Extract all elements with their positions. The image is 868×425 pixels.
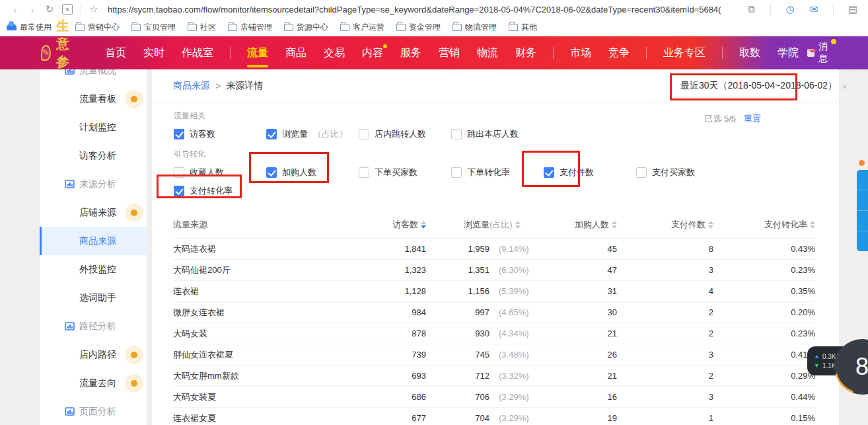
nav-item-物流[interactable]: 物流 xyxy=(477,36,498,69)
nav-item-市场[interactable]: 市场 xyxy=(570,36,591,69)
sidebar-item-流量看板[interactable]: 流量看板 xyxy=(40,85,147,113)
bookmark-folder[interactable]: 店铺管理 xyxy=(228,22,272,33)
checkbox-checked-icon[interactable] xyxy=(174,186,184,196)
favorites-manager-icon[interactable]: ★ xyxy=(62,4,73,15)
sidebar-section-路径分析[interactable]: 路径分析 xyxy=(40,312,147,340)
visitors-cell: 693 xyxy=(371,371,426,381)
bookmark-folder[interactable]: 物流管理 xyxy=(452,22,497,33)
sidebar-item-选词助手[interactable]: 选词助手 xyxy=(40,284,147,312)
sidebar-section-流量概况[interactable]: 流量概况 xyxy=(40,69,147,85)
filter-checkbox-访客数[interactable]: 访客数 xyxy=(174,128,266,140)
addcart-cell: 21 xyxy=(556,328,617,338)
external-link-icon[interactable]: ⧉ xyxy=(742,3,760,15)
ratio-cell: (3.32%) xyxy=(489,371,556,381)
bookmark-folder[interactable]: 宝贝管理 xyxy=(131,22,176,33)
column-header-加购人数[interactable]: 加购人数 xyxy=(556,219,617,231)
column-header-(占比)[interactable]: (占比) xyxy=(489,219,556,231)
filter-label: 支付件数 xyxy=(560,167,594,178)
nav-item-取数[interactable]: 取数 xyxy=(739,36,760,69)
filter-checkbox-下单买家数[interactable]: 下单买家数 xyxy=(359,167,451,178)
bookmark-label: 货源中心 xyxy=(297,22,328,33)
nav-item-服务[interactable]: 服务 xyxy=(400,36,421,69)
bookmark-label: 其他 xyxy=(521,22,537,33)
sidebar-item-流量去向[interactable]: 流量去向 xyxy=(40,369,147,397)
column-header-访客数[interactable]: 访客数 xyxy=(371,219,426,231)
nav-item-实时[interactable]: 实时 xyxy=(143,36,164,69)
nav-item-首页[interactable]: 首页 xyxy=(105,36,126,69)
nav-item-学院[interactable]: 学院 xyxy=(778,36,799,69)
checkbox-checked-icon[interactable] xyxy=(174,129,184,139)
bookmark-folder[interactable]: 客户运营 xyxy=(340,22,384,33)
checkbox-checked-icon[interactable] xyxy=(266,167,277,178)
filter-checkbox-店内跳转人数[interactable]: 店内跳转人数 xyxy=(359,128,451,140)
nav-item-内容[interactable]: 内容 xyxy=(362,36,383,69)
bookmark-folder[interactable]: 货源中心 xyxy=(284,22,328,33)
messages-button[interactable]: 消息 xyxy=(807,41,831,65)
checkbox-unchecked-icon[interactable] xyxy=(636,167,647,178)
sidebar-item-计划监控[interactable]: 计划监控 xyxy=(40,113,147,141)
assistant-circle-widget[interactable]: 8 xyxy=(834,339,868,395)
sort-arrows-icon[interactable] xyxy=(612,221,617,229)
sidebar-section-来源分析[interactable]: 来源分析 xyxy=(40,170,147,198)
bookmark-folder[interactable]: 其他 xyxy=(509,22,537,33)
filter-checkbox-浏览量[interactable]: 浏览量（占比） xyxy=(266,128,359,140)
column-header-支付件数[interactable]: 支付件数 xyxy=(617,219,713,231)
nav-item-竞争[interactable]: 竞争 xyxy=(608,36,630,69)
nav-item-交易[interactable]: 交易 xyxy=(324,36,345,69)
nav-item-财务[interactable]: 财务 xyxy=(515,36,536,69)
payrate-cell: 0.20% xyxy=(713,307,815,317)
sidebar-section-页面分析[interactable]: 页面分析 xyxy=(40,397,147,425)
floating-dot-icon xyxy=(859,160,865,166)
filter-checkbox-收藏人数[interactable]: 收藏人数 xyxy=(174,167,266,178)
filter-checkbox-支付买家数[interactable]: 支付买家数 xyxy=(636,167,729,178)
checkbox-unchecked-icon[interactable] xyxy=(359,129,369,139)
mail-icon[interactable]: ✉ xyxy=(805,3,822,15)
forward-icon[interactable]: › xyxy=(24,4,41,15)
checkbox-unchecked-icon[interactable] xyxy=(174,167,184,178)
sidebar-item-访客分析[interactable]: 访客分析 xyxy=(40,141,147,170)
sidebar-item-外投监控[interactable]: 外投监控 xyxy=(40,255,147,284)
refresh-icon[interactable]: ↻ xyxy=(41,3,58,15)
pageviews-cell: 997 xyxy=(426,307,489,317)
breadcrumb-parent-link[interactable]: 商品来源 xyxy=(173,80,210,92)
checkbox-checked-icon[interactable] xyxy=(266,129,277,139)
history-clock-icon[interactable]: ◷ xyxy=(781,3,799,15)
bookmark-label: 店铺管理 xyxy=(240,22,272,33)
filter-checkbox-下单转化率[interactable]: 下单转化率 xyxy=(451,167,544,178)
checkbox-unchecked-icon[interactable] xyxy=(451,129,462,139)
sort-up-icon xyxy=(708,221,713,224)
sidebar: 流量概况流量看板计划监控访客分析来源分析店铺来源商品来源外投监控选词助手路径分析… xyxy=(40,69,147,425)
column-header-浏览量: 浏览量 xyxy=(426,219,489,231)
sort-arrows-icon[interactable] xyxy=(810,221,815,229)
sidebar-item-店铺来源[interactable]: 店铺来源 xyxy=(40,198,147,227)
back-icon[interactable]: ‹ xyxy=(7,4,24,15)
sort-arrows-icon[interactable] xyxy=(421,221,426,229)
filter-checkbox-跳出本店人数[interactable]: 跳出本店人数 xyxy=(451,128,544,140)
profile-card-icon[interactable]: ▤ xyxy=(844,3,861,15)
sort-arrows-icon[interactable] xyxy=(515,221,521,229)
address-bar[interactable]: https://sycm.taobao.com/flow/monitor/ite… xyxy=(108,5,737,15)
column-header-支付转化率[interactable]: 支付转化率 xyxy=(713,219,815,231)
filter-checkbox-支付转化率[interactable]: 支付转化率 xyxy=(174,185,266,197)
traffic-source-table: 流量来源访客数浏览量(占比)加购人数支付件数支付转化率大码连衣裙1,8411,9… xyxy=(173,212,815,425)
checkbox-unchecked-icon[interactable] xyxy=(359,167,369,178)
filter-checkbox-加购人数[interactable]: 加购人数 xyxy=(266,167,359,178)
right-edge-panel-tab[interactable] xyxy=(857,170,868,251)
nav-item-流量[interactable]: 流量 xyxy=(247,36,268,69)
bookmark-star-icon[interactable]: ☆ xyxy=(85,3,102,15)
checkbox-unchecked-icon[interactable] xyxy=(451,167,462,178)
bookmark-folder[interactable]: 营销中心 xyxy=(75,22,120,33)
nav-item-业务专区[interactable]: 业务专区 xyxy=(663,36,705,69)
bookmark-folder[interactable]: 资金管理 xyxy=(396,22,441,33)
nav-item-营销[interactable]: 营销 xyxy=(439,36,460,69)
sort-arrows-icon[interactable] xyxy=(708,221,713,229)
nav-item-商品[interactable]: 商品 xyxy=(285,36,307,69)
folder-icon xyxy=(131,24,141,31)
nav-item-作战室[interactable]: 作战室 xyxy=(182,36,213,69)
sidebar-item-店内路径[interactable]: 店内路径 xyxy=(40,340,147,369)
checkbox-checked-icon[interactable] xyxy=(544,167,554,178)
date-range-selector[interactable]: 最近30天（2018-05-04~2018-06-02） ∨ xyxy=(680,80,848,92)
sidebar-item-商品来源[interactable]: 商品来源 xyxy=(40,227,147,255)
filter-checkbox-支付件数[interactable]: 支付件数 xyxy=(544,167,636,178)
bookmark-folder[interactable]: 社区 xyxy=(188,22,216,33)
